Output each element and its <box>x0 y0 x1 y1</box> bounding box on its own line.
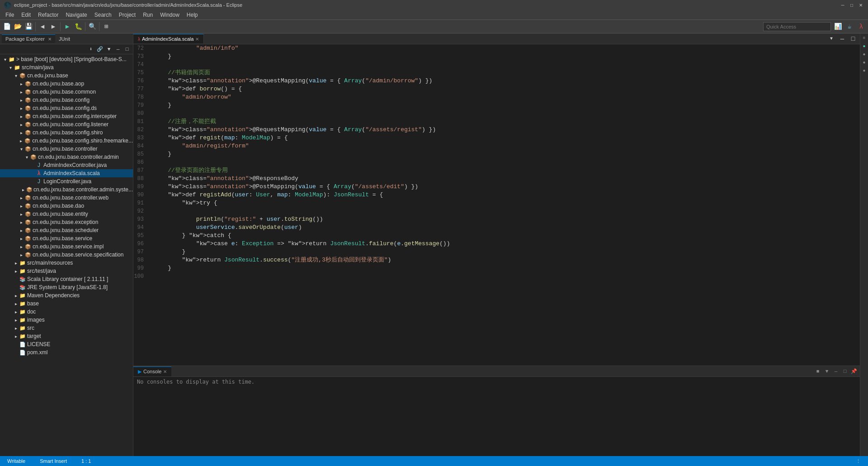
editor-maximize-button[interactable]: □ <box>848 34 858 44</box>
line-content-90[interactable]: "kw">def registAdd(user: User, map: Mode… <box>154 191 860 199</box>
tree-item-16[interactable]: ▸📦cn.edu.jxnu.base.controller.admin.syst… <box>0 185 133 194</box>
editor-minimize-button[interactable]: — <box>837 34 847 44</box>
line-content-94[interactable]: userService.saveOrUpdate(user) <box>154 223 860 232</box>
close-button[interactable]: ✕ <box>857 1 864 9</box>
toolbar-search-button[interactable]: 🔍 <box>87 22 97 32</box>
toolbar-java-perspective-button[interactable]: ☕ <box>844 22 854 32</box>
tree-item-12[interactable]: ▾📦cn.edu.jxnu.base.controller.admin <box>0 153 133 161</box>
line-content-97[interactable]: } <box>154 248 860 256</box>
view-menu-button[interactable]: ▼ <box>826 34 836 44</box>
line-content-99[interactable]: } <box>154 264 860 272</box>
minimize-button[interactable]: ─ <box>839 1 846 9</box>
line-content-96[interactable]: "kw">case e: Exception => "kw">return Js… <box>154 240 860 248</box>
line-content-81[interactable]: //注册，不能拦截 <box>154 118 860 126</box>
tree-item-30[interactable]: ▸📁base <box>0 300 133 308</box>
line-content-73[interactable]: } <box>154 52 860 61</box>
toolbar-save-button[interactable]: 💾 <box>24 22 33 32</box>
menu-item-file[interactable]: File <box>2 11 18 19</box>
menu-item-help[interactable]: Help <box>183 11 202 19</box>
line-content-77[interactable]: "kw">def borrow() = { <box>154 85 860 93</box>
line-content-98[interactable]: "kw">return JsonResult.success("注册成功,3秒后… <box>154 256 860 264</box>
tree-item-19[interactable]: ▸📦cn.edu.jxnu.base.entity <box>0 210 133 218</box>
tree-item-32[interactable]: ▸📁images <box>0 316 133 324</box>
line-content-91[interactable]: "kw">try { <box>154 199 860 207</box>
tree-item-35[interactable]: 📄LICENSE <box>0 340 133 348</box>
menu-item-navigate[interactable]: Navigate <box>62 11 90 19</box>
line-content-83[interactable]: "kw">def regist(map: ModelMap) = { <box>154 134 860 142</box>
toolbar-forward-button[interactable]: ▶ <box>48 22 58 32</box>
tree-item-31[interactable]: ▸📁doc <box>0 308 133 316</box>
line-content-88[interactable]: "kw">class="annotation">@ResponseBody <box>154 175 860 183</box>
console-minimize-button[interactable]: — <box>832 367 840 376</box>
status-smart-insert[interactable]: Smart Insert <box>36 458 71 464</box>
tree-item-2[interactable]: ▾📦cn.edu.jxnu.base <box>0 71 133 80</box>
tree-item-7[interactable]: ▸📦cn.edu.jxnu.base.config.intercepter <box>0 112 133 120</box>
menu-item-refactor[interactable]: Refactor <box>34 11 62 19</box>
tree-item-34[interactable]: ▸📁target <box>0 332 133 340</box>
quick-access-input[interactable] <box>763 22 831 31</box>
tree-item-3[interactable]: ▸📦cn.edu.jxnu.base.aop <box>0 80 133 88</box>
tree-item-22[interactable]: ▸📦cn.edu.jxnu.base.service <box>0 234 133 243</box>
tree-item-13[interactable]: JAdminIndexController.java <box>0 161 133 169</box>
toolbar-open-button[interactable]: 📂 <box>13 22 23 32</box>
tree-item-36[interactable]: 📄pom.xml <box>0 348 133 357</box>
line-content-85[interactable]: } <box>154 150 860 158</box>
tree-item-10[interactable]: ▸📦cn.edu.jxnu.base.config.shiro.freemark… <box>0 137 133 145</box>
editor-tab-adminindexscala[interactable]: λ AdminIndexScala.scala ✕ <box>133 34 204 43</box>
toolbar-run-button[interactable]: ▶ <box>62 22 72 32</box>
line-content-75[interactable]: //书籍借阅页面 <box>154 69 860 77</box>
maximize-panel-button[interactable]: □ <box>123 45 131 53</box>
toolbar-debug-button[interactable]: 🐛 <box>73 22 83 32</box>
terminate-button[interactable]: ■ <box>814 367 822 376</box>
tree-item-25[interactable]: ▸📁src/main/resources <box>0 259 133 267</box>
toolbar-open-perspective-button[interactable]: 📊 <box>833 22 843 32</box>
tree-item-9[interactable]: ▸📦cn.edu.jxnu.base.config.shiro <box>0 128 133 137</box>
console-maximize-button[interactable]: □ <box>841 367 849 376</box>
tree-item-21[interactable]: ▸📦cn.edu.jxnu.base.scheduler <box>0 226 133 234</box>
menu-item-window[interactable]: Window <box>156 11 183 19</box>
tree-item-6[interactable]: ▸📦cn.edu.jxnu.base.config.ds <box>0 104 133 112</box>
toolbar-perspective-button[interactable]: ⊞ <box>101 22 111 32</box>
link-editor-button[interactable]: 🔗 <box>96 45 104 53</box>
line-content-72[interactable]: "admin/info" <box>154 44 860 52</box>
tree-item-23[interactable]: ▸📦cn.edu.jxnu.base.service.impl <box>0 243 133 251</box>
tree-item-18[interactable]: ▸📦cn.edu.jxnu.base.dao <box>0 202 133 210</box>
tree-item-4[interactable]: ▸📦cn.edu.jxnu.base.common <box>0 88 133 96</box>
status-position[interactable]: 1 : 1 <box>78 458 94 464</box>
toolbar-new-button[interactable]: 📄 <box>2 22 12 32</box>
toolbar-back-button[interactable]: ◀ <box>38 22 47 32</box>
tree-item-29[interactable]: ▸📁Maven Dependencies <box>0 291 133 300</box>
status-more-button[interactable]: ⋮ <box>852 458 864 464</box>
tab-package-explorer[interactable]: Package Explorer ✕ <box>2 34 55 43</box>
tree-item-11[interactable]: ▾📦cn.edu.jxnu.base.controller <box>0 145 133 153</box>
right-sidebar-btn-3[interactable]: ● <box>861 51 868 58</box>
tab-console[interactable]: ▶ Console ✕ <box>133 366 171 376</box>
editor-tab-close[interactable]: ✕ <box>195 37 199 42</box>
tree-item-1[interactable]: ▾📁src/main/java <box>0 63 133 71</box>
console-pin-button[interactable]: 📌 <box>850 367 858 376</box>
tree-item-5[interactable]: ▸📦cn.edu.jxnu.base.config <box>0 96 133 104</box>
tree-item-28[interactable]: 📚JRE System Library [JavaSE-1.8] <box>0 283 133 291</box>
line-content-93[interactable]: println("regist:" + user.toString()) <box>154 215 860 223</box>
view-menu-button[interactable]: ▼ <box>105 45 113 53</box>
tree-item-17[interactable]: ▸📦cn.edu.jxnu.base.controller.web <box>0 194 133 202</box>
status-writable[interactable]: Writable <box>4 458 29 464</box>
toolbar-scala-perspective-button[interactable]: λ <box>856 22 866 32</box>
right-sidebar-btn-1[interactable]: ≡ <box>861 34 868 42</box>
console-view-menu-button[interactable]: ▼ <box>823 367 831 376</box>
line-content-89[interactable]: "kw">class="annotation">@PostMapping(val… <box>154 183 860 191</box>
tree-item-14[interactable]: λAdminIndexScala.scala <box>0 169 133 177</box>
tree-item-0[interactable]: ▾📁> base [boot] [devtools] [SpringBoot-B… <box>0 55 133 63</box>
tree-item-8[interactable]: ▸📦cn.edu.jxnu.base.config.listener <box>0 120 133 128</box>
line-content-95[interactable]: } "kw">catch { <box>154 232 860 240</box>
menu-item-run[interactable]: Run <box>139 11 156 19</box>
menu-item-search[interactable]: Search <box>91 11 115 19</box>
line-content-78[interactable]: "admin/borrow" <box>154 93 860 101</box>
menu-item-project[interactable]: Project <box>115 11 139 19</box>
minimize-panel-button[interactable]: — <box>114 45 122 53</box>
tree-item-24[interactable]: ▸📦cn.edu.jxnu.base.service.specification <box>0 251 133 259</box>
maximize-button[interactable]: □ <box>848 1 855 9</box>
console-tab-close[interactable]: ✕ <box>163 369 167 374</box>
line-content-76[interactable]: "kw">class="annotation">@RequestMapping(… <box>154 77 860 85</box>
right-sidebar-btn-4[interactable]: ● <box>861 59 868 66</box>
